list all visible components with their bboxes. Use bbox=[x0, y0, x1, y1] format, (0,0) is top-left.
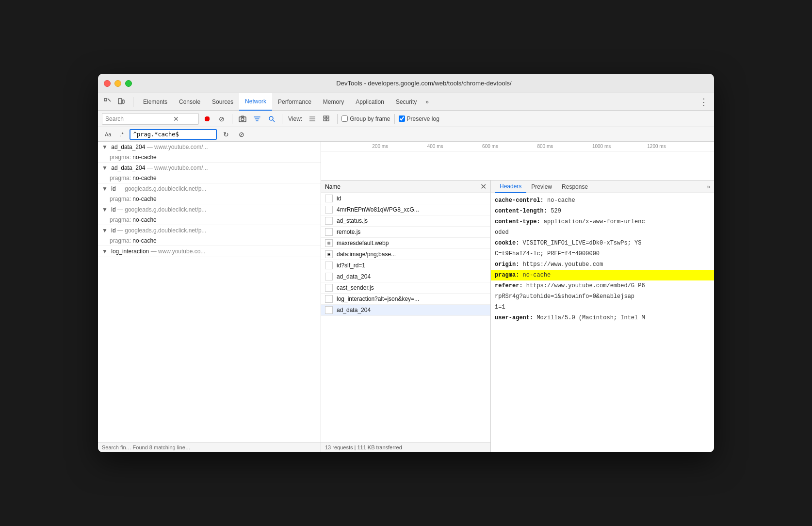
result-url-5: — googleads.g.doubleclick.net/p... bbox=[117, 227, 206, 234]
list-item[interactable]: ad_status.js bbox=[321, 215, 490, 227]
group-by-frame-checkbox[interactable] bbox=[341, 115, 348, 122]
result-group-5: ▼ id — googleads.g.doubleclick.net/p... … bbox=[98, 225, 321, 246]
tab-separator-1 bbox=[133, 97, 133, 107]
filter-button[interactable] bbox=[251, 113, 263, 125]
group-by-frame-label[interactable]: Group by frame bbox=[341, 115, 390, 122]
close-panel-button[interactable]: ✕ bbox=[480, 182, 487, 191]
result-header-4[interactable]: ▼ id — googleads.g.doubleclick.net/p... bbox=[98, 204, 321, 215]
stop-button[interactable]: ⊘ bbox=[215, 113, 228, 125]
header-row-pragma: pragma: no-cache bbox=[491, 270, 714, 280]
more-tabs-button[interactable]: » bbox=[422, 99, 432, 105]
search-clear-button[interactable]: ✕ bbox=[173, 115, 179, 123]
result-value-3: no-cache bbox=[132, 196, 156, 202]
regex-button[interactable]: .* bbox=[117, 131, 126, 138]
tab-security[interactable]: Security bbox=[390, 93, 422, 111]
close-button[interactable] bbox=[104, 80, 111, 87]
result-url-6: — www.youtube.co... bbox=[151, 248, 206, 255]
file-icon bbox=[325, 306, 333, 314]
header-val: VISITOR_INFO1_LIVE=dDk0-xTswPs; YS bbox=[519, 240, 641, 247]
device-icon[interactable] bbox=[115, 96, 127, 108]
result-group-4: ▼ id — googleads.g.doubleclick.net/p... … bbox=[98, 204, 321, 225]
filter-input-box[interactable] bbox=[130, 129, 217, 140]
list-item[interactable]: id?slf_rd=1 bbox=[321, 260, 490, 271]
result-header-3[interactable]: ▼ id — googleads.g.doubleclick.net/p... bbox=[98, 183, 321, 194]
tab-preview[interactable]: Preview bbox=[526, 181, 557, 193]
result-header-1[interactable]: ▼ ad_data_204 — www.youtube.com/... bbox=[98, 142, 321, 152]
search-input[interactable] bbox=[105, 115, 173, 122]
block-filter-button[interactable]: ⊘ bbox=[235, 128, 248, 141]
result-header-6[interactable]: ▼ log_interaction — www.youtube.co... bbox=[98, 246, 321, 257]
tab-console[interactable]: Console bbox=[173, 93, 206, 111]
filter-input[interactable] bbox=[133, 131, 213, 138]
inspect-icon[interactable] bbox=[102, 96, 114, 108]
maximize-button[interactable] bbox=[125, 80, 132, 87]
toolbar-sep-3 bbox=[337, 114, 338, 124]
tab-memory[interactable]: Memory bbox=[317, 93, 350, 111]
header-val: 529 bbox=[547, 208, 561, 214]
aa-button[interactable]: Aa bbox=[102, 131, 114, 138]
svg-rect-15 bbox=[326, 119, 329, 121]
list-item[interactable]: 4mrRnEPnWo81qWPG8_xcG... bbox=[321, 204, 490, 215]
grid-view-button[interactable] bbox=[321, 113, 333, 125]
preserve-log-label[interactable]: Preserve log bbox=[399, 115, 439, 122]
toolbar-sep-4 bbox=[394, 114, 395, 124]
tab-network[interactable]: Network bbox=[239, 93, 272, 111]
result-url-2: — www.youtube.com/... bbox=[147, 164, 208, 171]
tab-application[interactable]: Application bbox=[350, 93, 390, 111]
tab-elements[interactable]: Elements bbox=[137, 93, 173, 111]
headers-panel: Headers Preview Response » cache-control… bbox=[491, 181, 714, 452]
file-name: maxresdefault.webp bbox=[337, 240, 487, 247]
search-status: Search fin… Found 8 matching line… bbox=[98, 442, 321, 452]
result-value-1: no-cache bbox=[132, 154, 156, 161]
header-key: cache-control: bbox=[495, 197, 544, 204]
toolbar-sep-2 bbox=[282, 114, 282, 124]
header-key: user-agent: bbox=[495, 314, 533, 321]
traffic-lights bbox=[104, 80, 132, 87]
preserve-log-checkbox[interactable] bbox=[399, 115, 405, 122]
list-item[interactable]: remote.js bbox=[321, 227, 490, 238]
headers-content: cache-control: no-cache content-length: … bbox=[491, 193, 714, 452]
tab-sources[interactable]: Sources bbox=[206, 93, 239, 111]
result-value-2: no-cache bbox=[132, 175, 156, 181]
list-item[interactable]: cast_sender.js bbox=[321, 282, 490, 294]
screenshot-button[interactable] bbox=[236, 113, 249, 125]
file-name: id?slf_rd=1 bbox=[337, 262, 487, 269]
record-button[interactable]: ⏺ bbox=[201, 113, 213, 125]
minimize-button[interactable] bbox=[114, 80, 121, 87]
file-icon bbox=[325, 284, 333, 292]
file-icon bbox=[325, 217, 333, 225]
svg-line-8 bbox=[273, 120, 275, 122]
more-header-tabs[interactable]: » bbox=[707, 183, 710, 190]
network-status-bar: 13 requests | 111 KB transferred bbox=[321, 442, 490, 452]
list-view-button[interactable] bbox=[306, 113, 319, 125]
result-header-5[interactable]: ▼ id — googleads.g.doubleclick.net/p... bbox=[98, 225, 321, 236]
result-header-2[interactable]: ▼ ad_data_204 — www.youtube.com/... bbox=[98, 163, 321, 173]
tab-response[interactable]: Response bbox=[557, 181, 593, 193]
list-item[interactable]: id bbox=[321, 193, 490, 204]
refresh-filter-button[interactable]: ↻ bbox=[220, 128, 232, 141]
svg-rect-2 bbox=[118, 99, 122, 104]
header-row: user-agent: Mozilla/5.0 (Macintosh; Inte… bbox=[495, 312, 710, 323]
tab-headers[interactable]: Headers bbox=[495, 181, 526, 193]
result-key-1: pragma: bbox=[110, 154, 132, 161]
search-box[interactable]: ✕ bbox=[102, 113, 199, 125]
header-row: C=t9FhaIZ4-lc; PREF=f4=4000000 bbox=[495, 248, 710, 259]
devtools-menu-button[interactable]: ⋮ bbox=[698, 97, 710, 107]
tab-bar: Elements Console Sources Network Perform… bbox=[98, 93, 714, 111]
result-arrow-4: ▼ bbox=[102, 206, 108, 213]
header-val: https://www.youtube.com bbox=[519, 261, 603, 268]
list-item[interactable]: log_interaction?alt=json&key=... bbox=[321, 294, 490, 305]
header-val: i=1 bbox=[495, 304, 505, 311]
list-item[interactable]: ad_data_204 bbox=[321, 271, 490, 282]
list-item[interactable]: ▤ maxresdefault.webp bbox=[321, 238, 490, 249]
file-icon bbox=[325, 273, 333, 280]
header-row: referer: https://www.youtube.com/embed/G… bbox=[495, 280, 710, 291]
tab-performance[interactable]: Performance bbox=[272, 93, 317, 111]
list-item[interactable]: ▣ data:image/png;base... bbox=[321, 249, 490, 260]
search-results: ▼ ad_data_204 — www.youtube.com/... prag… bbox=[98, 142, 321, 442]
svg-rect-14 bbox=[324, 119, 326, 121]
result-name-5: id bbox=[111, 227, 115, 234]
filter-bar: Aa .* ↻ ⊘ bbox=[98, 127, 714, 142]
search-filter-button[interactable] bbox=[265, 113, 278, 125]
list-item[interactable]: ad_data_204 bbox=[321, 305, 490, 316]
